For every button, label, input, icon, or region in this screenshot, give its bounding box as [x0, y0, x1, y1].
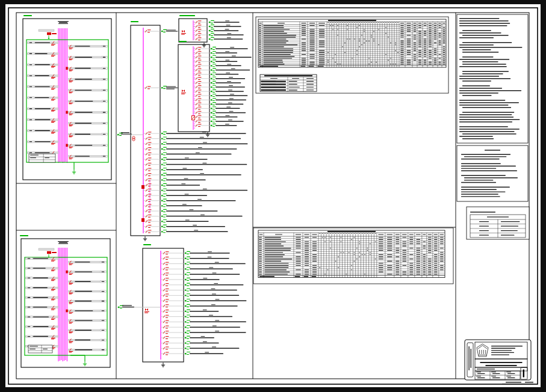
reference-mini-table	[467, 207, 529, 239]
drawing-sheet	[0, 0, 546, 392]
load-schedule-table-middle	[258, 230, 445, 278]
drawing-viewer	[0, 0, 546, 392]
general-notes-block	[457, 14, 528, 143]
legend-box	[29, 154, 55, 162]
summary-table-top	[260, 75, 317, 91]
secondary-notes-block	[457, 145, 528, 201]
title-block	[465, 340, 533, 384]
bus-bars	[58, 248, 67, 361]
bus-bars	[58, 28, 67, 163]
load-schedule-table-top	[258, 19, 446, 67]
legend-box	[28, 345, 52, 353]
